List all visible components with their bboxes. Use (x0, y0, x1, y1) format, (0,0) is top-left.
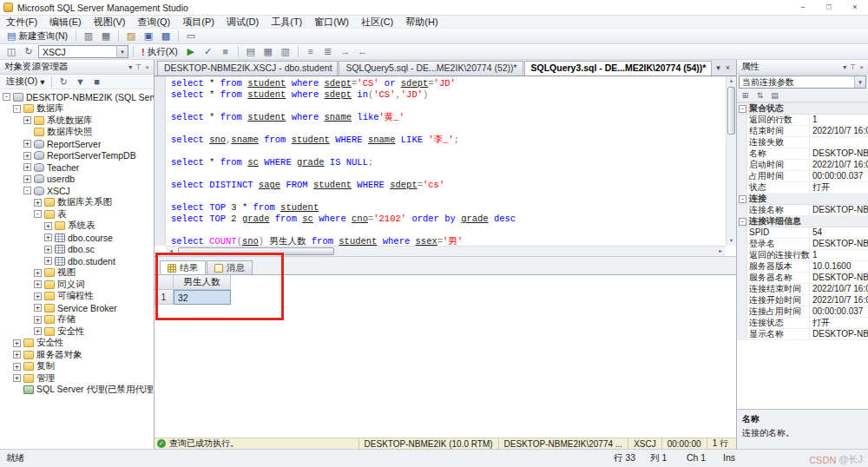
chevron-down-icon[interactable]: ▾ (128, 63, 132, 71)
save-button[interactable]: ▣ (141, 30, 156, 43)
property-pages-button[interactable]: ▤ (768, 90, 781, 102)
tree-item[interactable]: +可编程性 (0, 291, 154, 303)
scroll-up-icon[interactable]: ▲ (727, 76, 737, 86)
results-to-file-button[interactable]: ▥ (278, 45, 293, 59)
pin-icon[interactable]: ⊤ (135, 63, 141, 71)
tree-expander[interactable]: + (34, 316, 42, 324)
menu-item[interactable]: 项目(P) (176, 16, 220, 29)
alphabetical-button[interactable]: ⇅ (753, 90, 766, 102)
tree-item[interactable]: +管理 (0, 372, 154, 385)
grid-corner-cell[interactable] (155, 275, 174, 290)
tree-item[interactable]: +dbo.sc (0, 244, 154, 256)
property-row[interactable]: 连接状态打开 (737, 318, 868, 329)
menu-item[interactable]: 查询(Q) (131, 16, 176, 29)
tree-expander[interactable]: + (13, 374, 21, 382)
code-line[interactable]: select TOP 2 grade from sc where cno='21… (171, 214, 726, 225)
messages-tab[interactable]: 消息 (207, 260, 253, 274)
results-tab[interactable]: 结果 (160, 260, 206, 274)
property-category[interactable]: -连接 (737, 194, 868, 205)
property-row[interactable]: 名称DESKTOP-NBME2IK (737, 148, 868, 160)
tree-expander[interactable]: + (13, 351, 21, 358)
code-line[interactable] (171, 168, 726, 180)
tree-item[interactable]: +ReportServerTempDB (0, 150, 154, 162)
tree-expander[interactable]: + (23, 116, 31, 124)
categorized-button[interactable]: ⊞ (739, 90, 752, 102)
property-row[interactable]: 占用时间00:00:00.037 (737, 171, 868, 182)
filter-button[interactable]: ▼ (72, 75, 88, 89)
tree-item[interactable]: -XSCJ (0, 185, 154, 197)
tree-expander[interactable]: + (34, 269, 42, 277)
outdent-button[interactable]: ← (355, 45, 371, 59)
collapse-icon[interactable]: - (739, 105, 746, 113)
print-button[interactable]: ▭ (183, 30, 199, 43)
vertical-scroll-thumb[interactable] (727, 87, 735, 135)
tree-item[interactable]: SQL Server 代理(已禁用代理 XP) (0, 385, 154, 397)
menu-item[interactable]: 工具(T) (265, 16, 308, 29)
tree-expander[interactable]: + (34, 293, 42, 300)
connection-parameters-combo[interactable]: 当前连接参数 ▾ (739, 76, 866, 89)
property-category[interactable]: -聚合状态 (737, 103, 868, 115)
document-tab[interactable]: DESKTOP-NBME2IK.XSCJ - dbo.student (157, 61, 338, 76)
menu-item[interactable]: 视图(V) (88, 16, 132, 29)
editor-horizontal-scrollbar[interactable]: ◀ ▶ (166, 246, 726, 256)
tree-expander[interactable]: - (23, 187, 31, 194)
indent-button[interactable]: → (338, 45, 353, 59)
restore-button[interactable]: □ (816, 0, 842, 15)
scroll-down-icon[interactable]: ▼ (727, 236, 737, 246)
chevron-down-icon[interactable]: ▾ (854, 76, 865, 88)
collapse-icon[interactable]: - (739, 218, 746, 226)
code-line[interactable] (171, 146, 726, 157)
minimize-button[interactable]: − (790, 0, 816, 15)
property-row[interactable]: 连接结束时间2022/10/7 16:05:14 (737, 284, 868, 295)
tree-item[interactable]: +Teacher (0, 161, 154, 174)
tree-expander[interactable]: + (34, 280, 42, 288)
code-line[interactable] (171, 123, 726, 135)
comment-button[interactable]: ≡ (303, 45, 319, 59)
editor-code[interactable]: select * from student where sdept='CS' o… (166, 78, 726, 246)
code-line[interactable]: select * from student where sname like'黄… (171, 112, 726, 123)
cancel-stop-button[interactable]: ■ (218, 45, 233, 59)
menu-item[interactable]: 调试(D) (220, 16, 265, 29)
pin-icon[interactable]: ⊤ (850, 63, 856, 71)
property-row[interactable]: 启动时间2022/10/7 16:05:14 (737, 160, 868, 171)
property-row[interactable]: 连接占用时间00:00:00.037 (737, 306, 868, 318)
property-row[interactable]: 返回的连接行数1 (737, 250, 868, 261)
uncomment-button[interactable]: ≣ (320, 45, 336, 59)
scroll-right-icon[interactable]: ▶ (715, 247, 726, 256)
tree-expander[interactable]: + (23, 140, 31, 148)
analysis-services-query-button[interactable]: ▦ (98, 30, 114, 43)
connect-query-button[interactable]: ◫ (3, 45, 19, 59)
tree-expander[interactable]: - (13, 105, 21, 113)
tree-expander[interactable]: - (3, 93, 10, 101)
grid-column-header[interactable]: 男生人数 (174, 275, 231, 290)
tree-item[interactable]: +Service Broker (0, 302, 154, 314)
tree-expander[interactable]: + (44, 257, 52, 265)
tab-close-icon[interactable]: × (726, 63, 730, 72)
code-line[interactable] (171, 225, 726, 236)
tree-item[interactable]: -表 (0, 208, 154, 220)
tree-expander[interactable]: + (23, 175, 31, 183)
property-row[interactable]: 服务器版本10.0.1600 (737, 261, 868, 273)
close-icon[interactable]: × (145, 63, 149, 71)
database-combo[interactable]: XSCJ▾ (38, 45, 128, 58)
chevron-down-icon[interactable]: ▾ (116, 46, 128, 57)
tree-item[interactable]: 数据库快照 (0, 127, 154, 139)
tree-expander[interactable]: + (34, 199, 42, 207)
tree-expander[interactable]: + (44, 234, 52, 241)
debug-play-button[interactable]: ▶ (183, 45, 199, 59)
tree-item[interactable]: +userdb (0, 174, 154, 186)
tree-item[interactable]: +安全性 (0, 338, 154, 350)
tree-item[interactable]: +视图 (0, 267, 154, 280)
chevron-down-icon[interactable]: ▾ (843, 63, 846, 71)
tree-item[interactable]: +复制 (0, 361, 154, 373)
results-to-text-button[interactable]: ▤ (243, 45, 259, 59)
editor-vertical-scrollbar[interactable]: ▲ ▼ (726, 76, 736, 246)
code-line[interactable]: select * from student where sdept in('CS… (171, 89, 726, 101)
menu-item[interactable]: 编辑(E) (43, 16, 88, 29)
code-line[interactable]: select DISTINCT sage FROM student WHERE … (171, 180, 726, 191)
grid-row-header[interactable]: 1 (155, 290, 174, 305)
refresh-button[interactable]: ↻ (56, 75, 71, 89)
collapse-icon[interactable]: - (739, 195, 746, 203)
database-engine-query-button[interactable]: ▥ (81, 30, 96, 43)
property-row[interactable]: 结束时间2022/10/7 16:05:14 (737, 126, 868, 137)
